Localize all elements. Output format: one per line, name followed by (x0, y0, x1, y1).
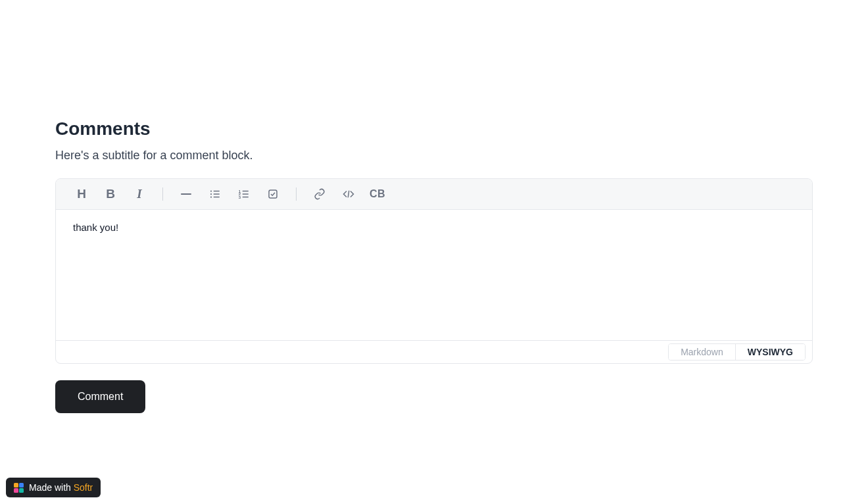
markdown-tab[interactable]: Markdown (669, 344, 735, 360)
page-subtitle: Here's a subtitle for a comment block. (55, 149, 813, 162)
bullet-list-button[interactable] (208, 187, 222, 201)
bullet-list-icon (209, 188, 221, 200)
editor-textarea[interactable]: thank you! (56, 210, 812, 340)
italic-button[interactable]: I (132, 187, 147, 201)
page-title: Comments (55, 118, 813, 139)
toolbar-divider (162, 188, 163, 201)
code-button[interactable] (341, 187, 356, 201)
svg-rect-12 (269, 190, 277, 198)
editor-toolbar: H B I 1 2 (56, 179, 812, 210)
link-icon (314, 188, 326, 200)
code-icon (343, 188, 354, 200)
codeblock-button[interactable]: CB (370, 187, 385, 201)
wysiwyg-tab[interactable]: WYSIWYG (735, 344, 805, 360)
softr-badge[interactable]: Made with Softr (6, 478, 101, 497)
ordered-list-icon: 1 2 3 (238, 188, 250, 200)
svg-text:3: 3 (239, 195, 241, 199)
svg-line-13 (348, 191, 349, 198)
ordered-list-button[interactable]: 1 2 3 (237, 187, 251, 201)
softr-logo-icon (14, 483, 24, 493)
heading-button[interactable]: H (74, 187, 89, 201)
comment-button[interactable]: Comment (55, 380, 145, 413)
svg-point-4 (210, 196, 212, 197)
horizontal-rule-icon (181, 193, 191, 195)
svg-point-0 (210, 190, 212, 191)
editor-footer: Markdown WYSIWYG (56, 340, 812, 363)
bold-button[interactable]: B (103, 187, 118, 201)
mode-tabs: Markdown WYSIWYG (668, 343, 806, 361)
horizontal-rule-button[interactable] (179, 187, 193, 201)
softr-badge-text: Made with Softr (29, 482, 93, 493)
link-button[interactable] (312, 187, 327, 201)
svg-point-2 (210, 193, 212, 195)
comment-editor: H B I 1 2 (55, 178, 813, 364)
task-list-button[interactable] (266, 187, 280, 201)
toolbar-divider (296, 188, 297, 201)
task-list-icon (267, 188, 279, 200)
